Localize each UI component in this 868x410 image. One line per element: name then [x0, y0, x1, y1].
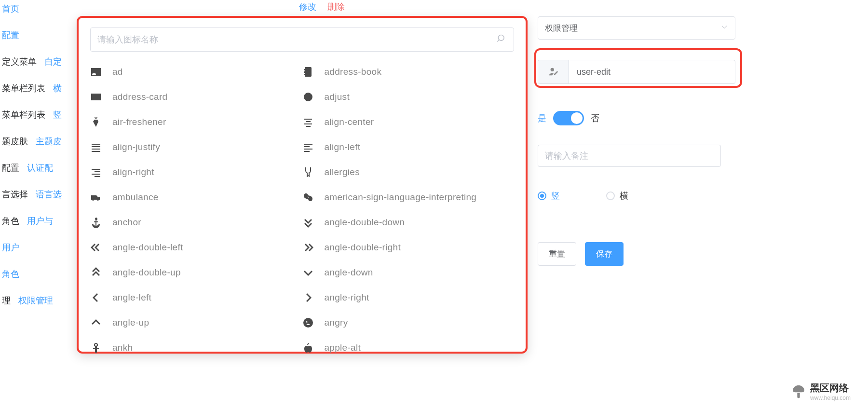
ad-icon: [90, 66, 112, 78]
sidebar-item-label: 角色: [2, 215, 19, 227]
sidebar-item-label: 首页: [2, 3, 19, 14]
sidebar-item[interactable]: 首页: [2, 0, 82, 22]
icon-option-label: angle-down: [325, 267, 373, 278]
icon-picker: adaddress-bookaddress-cardadjustair-fres…: [77, 16, 528, 354]
icon-option-label: angle-right: [325, 292, 369, 303]
icon-option-angle-double-up[interactable]: angle-double-up: [90, 260, 302, 285]
icon-option-american-sign-language-interpreting[interactable]: american-sign-language-interpreting: [302, 185, 515, 210]
icon-option-label: angry: [325, 317, 348, 328]
icon-search[interactable]: [90, 27, 514, 52]
sidebar-item-link[interactable]: 语言选: [36, 189, 62, 200]
angle-double-up-icon: [90, 267, 112, 278]
icon-option-align-justify[interactable]: align-justify: [90, 135, 302, 160]
allergies-icon: [302, 166, 325, 178]
remark-input[interactable]: 请输入备注: [538, 145, 721, 167]
permission-select[interactable]: 权限管理: [538, 16, 735, 40]
icon-option-label: angle-double-up: [112, 267, 181, 278]
icon-option-anchor[interactable]: anchor: [90, 210, 302, 235]
sidebar-item-link[interactable]: 权限管理: [18, 295, 53, 306]
icon-option-address-book[interactable]: address-book: [302, 59, 515, 84]
toggle-no-label: 否: [591, 112, 599, 124]
icon-option-angle-double-down[interactable]: angle-double-down: [302, 210, 515, 235]
icon-option-label: ambulance: [112, 192, 159, 203]
sidebar-item[interactable]: 角色: [2, 260, 82, 287]
sidebar-item-link[interactable]: 竖: [53, 109, 62, 121]
icon-option-apple-alt[interactable]: apple-alt: [302, 335, 515, 360]
watermark-text: 黑区网络: [810, 383, 849, 393]
icon-option-label: adjust: [325, 92, 350, 102]
icon-option-adjust[interactable]: adjust: [302, 84, 515, 109]
air-freshener-icon: [90, 116, 112, 128]
icon-option-air-freshener[interactable]: air-freshener: [90, 109, 302, 135]
align-left-icon: [302, 141, 325, 153]
sidebar-item-link[interactable]: 主题皮: [36, 136, 62, 147]
icon-option-angle-right[interactable]: angle-right: [302, 285, 515, 310]
sidebar-item[interactable]: 用户: [2, 234, 82, 260]
icon-search-input[interactable]: [97, 35, 497, 45]
icon-option-address-card[interactable]: address-card: [90, 84, 302, 109]
icon-option-label: align-left: [325, 142, 361, 152]
icon-option-label: anchor: [112, 217, 141, 228]
sidebar-item-label: 定义菜单: [2, 56, 37, 68]
edit-link[interactable]: 修改: [299, 2, 316, 12]
address-book-icon: [302, 66, 325, 78]
angle-down-icon: [302, 267, 325, 278]
icon-option-angle-double-left[interactable]: angle-double-left: [90, 235, 302, 260]
angle-up-icon: [90, 317, 112, 328]
icon-option-align-left[interactable]: align-left: [302, 135, 515, 160]
american-sign-language-interpreting-icon: [302, 191, 325, 203]
icon-option-angle-double-right[interactable]: angle-double-right: [302, 235, 515, 260]
sidebar-item[interactable]: 理权限管理: [2, 287, 82, 314]
align-right-icon: [90, 166, 112, 178]
sidebar-item[interactable]: 菜单栏列表竖: [2, 101, 82, 128]
sidebar-item-link[interactable]: 自定: [44, 56, 62, 68]
icon-option-align-center[interactable]: align-center: [302, 109, 515, 135]
icon-option-label: apple-alt: [325, 342, 361, 353]
top-actions: 修改 删除: [299, 1, 345, 13]
icon-option-angle-left[interactable]: angle-left: [90, 285, 302, 310]
sidebar-item[interactable]: 言选择语言选: [2, 181, 82, 207]
radio-vertical[interactable]: 竖: [538, 190, 560, 202]
icon-option-ad[interactable]: ad: [90, 59, 302, 84]
icon-option-ambulance[interactable]: ambulance: [90, 185, 302, 210]
button-row: 重置 保存: [538, 242, 735, 266]
delete-link[interactable]: 删除: [327, 2, 345, 12]
icon-option-angry[interactable]: angry: [302, 310, 515, 335]
sidebar-item[interactable]: 菜单栏列表横: [2, 75, 82, 101]
sidebar-item-link[interactable]: 认证配: [27, 162, 53, 174]
reset-button[interactable]: 重置: [538, 242, 576, 266]
sidebar-item[interactable]: 配置认证配: [2, 154, 82, 181]
icon-option-ankh[interactable]: ankh: [90, 335, 302, 360]
sidebar-item-label: 言选择: [2, 189, 28, 200]
sidebar-item[interactable]: 配置: [2, 22, 82, 48]
angry-icon: [302, 317, 325, 328]
icon-option-label: american-sign-language-interpreting: [325, 192, 477, 203]
toggle-yes-label: 是: [538, 112, 546, 124]
mushroom-icon: [791, 384, 806, 399]
toggle-switch[interactable]: [553, 111, 584, 125]
icon-option-label: angle-double-left: [112, 242, 183, 253]
sidebar-item-link[interactable]: 用户与: [27, 215, 53, 227]
sidebar-item-link[interactable]: 横: [53, 82, 62, 94]
radio-horizontal[interactable]: 横: [606, 190, 628, 202]
apple-alt-icon: [302, 342, 325, 354]
sidebar-item-label: 配置: [2, 162, 19, 174]
icon-option-angle-down[interactable]: angle-down: [302, 260, 515, 285]
icon-option-align-right[interactable]: align-right: [90, 160, 302, 185]
icon-value-input[interactable]: user-edit: [538, 60, 735, 84]
user-edit-icon: [538, 60, 569, 83]
icon-option-angle-up[interactable]: angle-up: [90, 310, 302, 335]
sidebar-item[interactable]: 定义菜单自定: [2, 48, 82, 75]
align-center-icon: [302, 116, 325, 128]
icon-option-allergies[interactable]: allergies: [302, 160, 515, 185]
sidebar-item[interactable]: 题皮肤主题皮: [2, 128, 82, 154]
remark-placeholder: 请输入备注: [545, 150, 588, 162]
icon-option-label: angle-left: [112, 292, 151, 303]
icon-option-label: angle-up: [112, 317, 149, 328]
save-button[interactable]: 保存: [585, 242, 624, 266]
watermark: 黑区网络 www.heiqu.com: [791, 382, 851, 401]
search-icon: [497, 34, 507, 46]
sidebar-item[interactable]: 角色用户与: [2, 207, 82, 234]
sidebar-item-label: 题皮肤: [2, 136, 28, 147]
sidebar-item-label: 用户: [2, 242, 19, 253]
